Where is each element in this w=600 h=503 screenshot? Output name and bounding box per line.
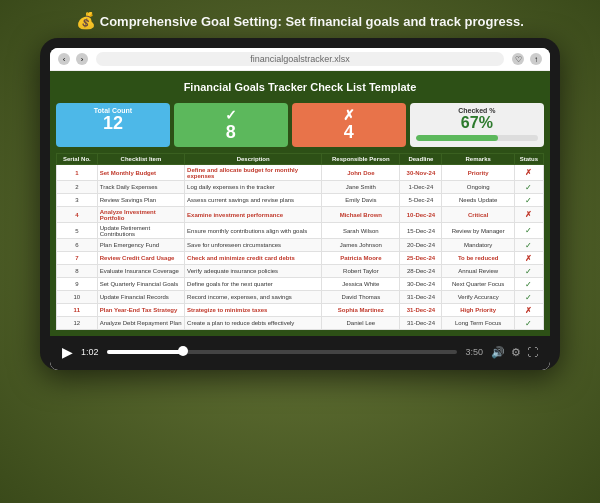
table-row: 12 Analyze Debt Repayment Plan Create a … (57, 317, 544, 330)
cell-item: Track Daily Expenses (97, 181, 184, 194)
cell-status: ✓ (514, 194, 543, 207)
seek-dot (178, 346, 188, 356)
table-header-row: Serial No. Checklist Item Description Re… (57, 154, 544, 165)
unchecked-value: 4 (298, 123, 400, 143)
cell-deadline: 10-Dec-24 (400, 207, 442, 223)
page-header: 💰 Comprehensive Goal Setting: Set financ… (0, 0, 600, 38)
table-row: 5 Update Retirement Contributions Ensure… (57, 223, 544, 239)
status-x-icon: ✗ (525, 306, 532, 315)
header-title: Comprehensive Goal Setting: Set financia… (100, 14, 524, 29)
checked-value: 8 (180, 123, 282, 143)
progress-bar (416, 135, 538, 141)
cell-desc: Log daily expenses in the tracker (185, 181, 322, 194)
cell-person: Michael Brown (322, 207, 400, 223)
share-icon[interactable]: ↑ (530, 53, 542, 65)
cell-status: ✗ (514, 207, 543, 223)
cell-item: Analyze Investment Portfolio (97, 207, 184, 223)
cell-remarks: Annual Review (442, 265, 514, 278)
checklist-table: Serial No. Checklist Item Description Re… (56, 153, 544, 330)
table-row: 9 Set Quarterly Financial Goals Define g… (57, 278, 544, 291)
cell-serial: 7 (57, 252, 98, 265)
cell-item: Update Retirement Contributions (97, 223, 184, 239)
cell-status: ✓ (514, 291, 543, 304)
stats-row: Total Count 12 ✓ 8 ✗ 4 Checked % 67% (56, 103, 544, 147)
cell-deadline: 5-Dec-24 (400, 194, 442, 207)
header-emoji: 💰 (76, 12, 96, 29)
cell-remarks: Review by Manager (442, 223, 514, 239)
cell-deadline: 15-Dec-24 (400, 223, 442, 239)
cell-deadline: 30-Dec-24 (400, 278, 442, 291)
table-row: 8 Evaluate Insurance Coverage Verify ade… (57, 265, 544, 278)
video-controls: ▶ 1:02 3:50 🔊 ⚙ ⛶ (50, 336, 550, 370)
cell-status: ✓ (514, 181, 543, 194)
checked-pct-box: Checked % 67% (410, 103, 544, 147)
cell-serial: 11 (57, 304, 98, 317)
back-icon[interactable]: ‹ (58, 53, 70, 65)
cell-person: David Thomas (322, 291, 400, 304)
cell-status: ✓ (514, 317, 543, 330)
table-row: 1 Set Monthly Budget Define and allocate… (57, 165, 544, 181)
cell-person: John Doe (322, 165, 400, 181)
cell-item: Review Credit Card Usage (97, 252, 184, 265)
topbar-left-icons: ‹ › (58, 53, 88, 65)
cell-serial: 6 (57, 239, 98, 252)
cell-person: Sarah Wilson (322, 223, 400, 239)
cell-desc: Check and minimize credit card debts (185, 252, 322, 265)
tablet-topbar: ‹ › financialgoalstracker.xlsx ♡ ↑ (50, 48, 550, 71)
cell-desc: Record income, expenses, and savings (185, 291, 322, 304)
col-remarks: Remarks (442, 154, 514, 165)
heart-icon[interactable]: ♡ (512, 53, 524, 65)
cell-remarks: High Priority (442, 304, 514, 317)
cell-deadline: 31-Dec-24 (400, 291, 442, 304)
cell-serial: 4 (57, 207, 98, 223)
cell-deadline: 25-Dec-24 (400, 252, 442, 265)
cell-remarks: Needs Update (442, 194, 514, 207)
cell-serial: 12 (57, 317, 98, 330)
cell-remarks: To be reduced (442, 252, 514, 265)
unchecked-box: ✗ 4 (292, 103, 406, 147)
status-check-icon: ✓ (525, 183, 532, 192)
cell-serial: 2 (57, 181, 98, 194)
cell-status: ✓ (514, 239, 543, 252)
cell-deadline: 30-Nov-24 (400, 165, 442, 181)
cell-serial: 9 (57, 278, 98, 291)
table-row: 7 Review Credit Card Usage Check and min… (57, 252, 544, 265)
cell-remarks: Next Quarter Focus (442, 278, 514, 291)
cell-person: Jessica White (322, 278, 400, 291)
check-icon: ✓ (180, 107, 282, 123)
spreadsheet-area: Financial Goals Tracker Check List Templ… (50, 71, 550, 336)
cell-deadline: 1-Dec-24 (400, 181, 442, 194)
url-bar[interactable]: financialgoalstracker.xlsx (96, 52, 504, 66)
sheet-title: Financial Goals Tracker Check List Templ… (56, 77, 544, 97)
seek-bar[interactable] (107, 350, 458, 354)
table-row: 2 Track Daily Expenses Log daily expense… (57, 181, 544, 194)
fullscreen-icon[interactable]: ⛶ (527, 346, 538, 358)
cell-desc: Strategize to minimize taxes (185, 304, 322, 317)
status-check-icon: ✓ (525, 319, 532, 328)
time-current: 1:02 (81, 347, 99, 357)
cell-person: Jane Smith (322, 181, 400, 194)
status-check-icon: ✓ (525, 226, 532, 235)
col-deadline: Deadline (400, 154, 442, 165)
x-icon: ✗ (298, 107, 400, 123)
cell-remarks: Priority (442, 165, 514, 181)
cell-serial: 10 (57, 291, 98, 304)
cell-desc: Ensure monthly contributions align with … (185, 223, 322, 239)
play-button[interactable]: ▶ (62, 344, 73, 360)
volume-icon[interactable]: 🔊 (491, 346, 505, 359)
col-desc: Description (185, 154, 322, 165)
cell-serial: 3 (57, 194, 98, 207)
cell-deadline: 28-Dec-24 (400, 265, 442, 278)
settings-icon[interactable]: ⚙ (511, 346, 521, 359)
col-person: Responsible Person (322, 154, 400, 165)
time-total: 3:50 (465, 347, 483, 357)
checked-pct-label: Checked % (416, 107, 538, 114)
cell-desc: Verify adequate insurance policies (185, 265, 322, 278)
cell-status: ✓ (514, 278, 543, 291)
cell-status: ✗ (514, 165, 543, 181)
cell-item: Plan Emergency Fund (97, 239, 184, 252)
cell-deadline: 20-Dec-24 (400, 239, 442, 252)
control-icons: 🔊 ⚙ ⛶ (491, 346, 538, 359)
forward-icon[interactable]: › (76, 53, 88, 65)
total-count-value: 12 (62, 114, 164, 134)
